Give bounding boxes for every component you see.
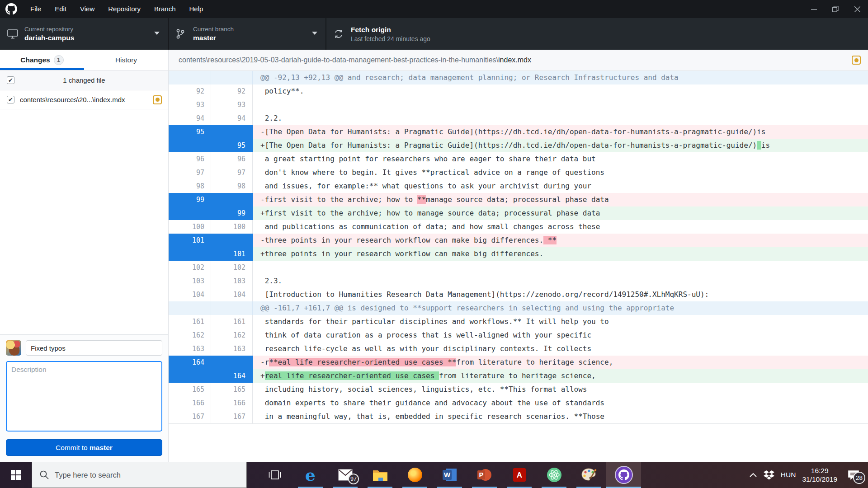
new-line-number[interactable]: 162 bbox=[211, 328, 253, 342]
menu-view[interactable]: View bbox=[73, 0, 101, 18]
taskbar-firefox-icon[interactable] bbox=[397, 462, 432, 488]
taskbar-search-box[interactable]: Type here to search bbox=[32, 462, 247, 488]
restore-button[interactable] bbox=[825, 0, 846, 18]
new-line-number[interactable] bbox=[211, 125, 253, 139]
fetch-origin-button[interactable]: Fetch origin Last fetched 24 minutes ago bbox=[326, 18, 481, 50]
new-line-number[interactable]: 104 bbox=[211, 288, 253, 301]
new-line-number[interactable]: 165 bbox=[211, 383, 253, 396]
commit-description-textarea[interactable] bbox=[6, 361, 162, 432]
new-line-number[interactable]: 94 bbox=[211, 112, 253, 125]
menu-help[interactable]: Help bbox=[183, 0, 210, 18]
new-line-number[interactable]: 92 bbox=[211, 84, 253, 98]
diff-line-added[interactable]: 164+real life researcher-oriented use ca… bbox=[169, 369, 868, 383]
new-line-number[interactable]: 163 bbox=[211, 342, 253, 356]
old-line-number[interactable]: 161 bbox=[169, 315, 211, 328]
old-line-number[interactable]: 101 bbox=[169, 234, 211, 247]
menu-file[interactable]: File bbox=[24, 0, 48, 18]
close-button[interactable] bbox=[846, 0, 868, 18]
old-line-number[interactable]: 102 bbox=[169, 261, 211, 274]
commit-button[interactable]: Commit to master bbox=[6, 439, 162, 456]
diff-line-context[interactable]: 102102 bbox=[169, 261, 868, 274]
diff-line-context[interactable]: 9797 don't know where to begin. It gives… bbox=[169, 166, 868, 179]
old-line-number[interactable] bbox=[169, 139, 211, 152]
diff-line-context[interactable]: 162162 think of data curation as a proce… bbox=[169, 328, 868, 342]
diff-line-context[interactable]: 9494 2.2. bbox=[169, 112, 868, 125]
new-line-number[interactable]: 167 bbox=[211, 410, 253, 423]
new-line-number[interactable] bbox=[211, 301, 253, 315]
old-line-number[interactable]: 162 bbox=[169, 328, 211, 342]
new-line-number[interactable]: 95 bbox=[211, 139, 253, 152]
taskbar-edge-icon[interactable]: e bbox=[293, 462, 328, 488]
new-line-number[interactable]: 93 bbox=[211, 98, 253, 112]
old-line-number[interactable]: 96 bbox=[169, 152, 211, 166]
new-line-number[interactable] bbox=[211, 193, 253, 206]
diff-line-context[interactable]: 104104 [Introduction to Humanities Resea… bbox=[169, 288, 868, 301]
new-line-number[interactable]: 97 bbox=[211, 166, 253, 179]
old-line-number[interactable]: 104 bbox=[169, 288, 211, 301]
old-line-number[interactable]: 164 bbox=[169, 356, 211, 369]
diff-line-context[interactable]: 9898 and issues, for example:** what que… bbox=[169, 179, 868, 193]
taskbar-atom-icon[interactable] bbox=[537, 462, 571, 488]
old-line-number[interactable] bbox=[169, 71, 211, 84]
old-line-number[interactable]: 103 bbox=[169, 274, 211, 288]
new-line-number[interactable]: 161 bbox=[211, 315, 253, 328]
diff-line-removed[interactable]: 164-r**eal life researcher-oriented use … bbox=[169, 356, 868, 369]
new-line-number[interactable]: 99 bbox=[211, 206, 253, 220]
file-checkbox[interactable]: ✔ bbox=[7, 96, 14, 103]
diff-line-context[interactable]: 167167 in a meaningful way, that is, emb… bbox=[169, 410, 868, 423]
new-line-number[interactable] bbox=[211, 234, 253, 247]
tab-changes[interactable]: Changes 1 bbox=[0, 50, 84, 70]
old-line-number[interactable] bbox=[169, 301, 211, 315]
new-line-number[interactable]: 96 bbox=[211, 152, 253, 166]
tab-history[interactable]: History bbox=[84, 50, 168, 70]
diff-line-context[interactable]: 163163 research life-cycle as well as wi… bbox=[169, 342, 868, 356]
menu-repository[interactable]: Repository bbox=[101, 0, 147, 18]
new-line-number[interactable]: 101 bbox=[211, 247, 253, 261]
minimize-button[interactable] bbox=[803, 0, 825, 18]
diff-line-hunk[interactable]: @@ -161,7 +161,7 @@ is designed to **sup… bbox=[169, 301, 868, 315]
new-line-number[interactable] bbox=[211, 356, 253, 369]
commit-summary-input[interactable] bbox=[26, 340, 162, 356]
diff-line-context[interactable]: 9292 policy**. bbox=[169, 84, 868, 98]
old-line-number[interactable] bbox=[169, 206, 211, 220]
old-line-number[interactable]: 93 bbox=[169, 98, 211, 112]
taskbar-word-icon[interactable]: W bbox=[432, 462, 467, 488]
taskbar-powerpoint-icon[interactable]: P bbox=[467, 462, 502, 488]
new-line-number[interactable]: 164 bbox=[211, 369, 253, 383]
new-line-number[interactable]: 166 bbox=[211, 396, 253, 410]
chevron-up-icon[interactable] bbox=[749, 472, 757, 478]
old-line-number[interactable]: 95 bbox=[169, 125, 211, 139]
language-indicator[interactable]: HUN bbox=[781, 471, 796, 479]
old-line-number[interactable] bbox=[169, 369, 211, 383]
changed-file-row[interactable]: ✔ contents\resources\20...\index.mdx bbox=[0, 90, 168, 109]
select-all-checkbox[interactable]: ✔ bbox=[7, 76, 14, 84]
diff-line-added[interactable]: 101+three points in your research workfl… bbox=[169, 247, 868, 261]
taskbar-mail-icon[interactable]: 97 bbox=[328, 462, 363, 488]
action-center-button[interactable]: 28 bbox=[844, 465, 863, 485]
diff-line-context[interactable]: 165165 including history, social science… bbox=[169, 383, 868, 396]
diff-line-context[interactable]: 9393 bbox=[169, 98, 868, 112]
old-line-number[interactable]: 100 bbox=[169, 220, 211, 234]
new-line-number[interactable]: 98 bbox=[211, 179, 253, 193]
dropbox-icon[interactable] bbox=[764, 470, 774, 480]
new-line-number[interactable]: 100 bbox=[211, 220, 253, 234]
current-branch-dropdown[interactable]: Current branch master bbox=[169, 18, 326, 50]
diff-line-removed[interactable]: 99-first visit to the archive; how to **… bbox=[169, 193, 868, 206]
diff-line-context[interactable]: 103103 2.3. bbox=[169, 274, 868, 288]
task-view-button[interactable] bbox=[258, 462, 292, 488]
start-button[interactable] bbox=[0, 462, 32, 488]
old-line-number[interactable]: 99 bbox=[169, 193, 211, 206]
diff-line-added[interactable]: 95+[The Open Data for Humanists: a Pragm… bbox=[169, 139, 868, 152]
diff-line-removed[interactable]: 101-three points in your research workfl… bbox=[169, 234, 868, 247]
diff-line-hunk[interactable]: @@ -92,13 +92,13 @@ and research; data m… bbox=[169, 71, 868, 84]
taskbar-file-explorer-icon[interactable] bbox=[363, 462, 397, 488]
diff-line-context[interactable]: 100100 and publications as communication… bbox=[169, 220, 868, 234]
taskbar-paint-palette-icon[interactable] bbox=[571, 462, 606, 488]
diff-line-context[interactable]: 161161 standards for their particular di… bbox=[169, 315, 868, 328]
old-line-number[interactable]: 94 bbox=[169, 112, 211, 125]
diff-line-added[interactable]: 99+first visit to the archive; how to ma… bbox=[169, 206, 868, 220]
old-line-number[interactable] bbox=[169, 247, 211, 261]
diff-line-context[interactable]: 9696 a great starting point for research… bbox=[169, 152, 868, 166]
new-line-number[interactable]: 102 bbox=[211, 261, 253, 274]
diff-line-context[interactable]: 166166 domain experts to share their gui… bbox=[169, 396, 868, 410]
